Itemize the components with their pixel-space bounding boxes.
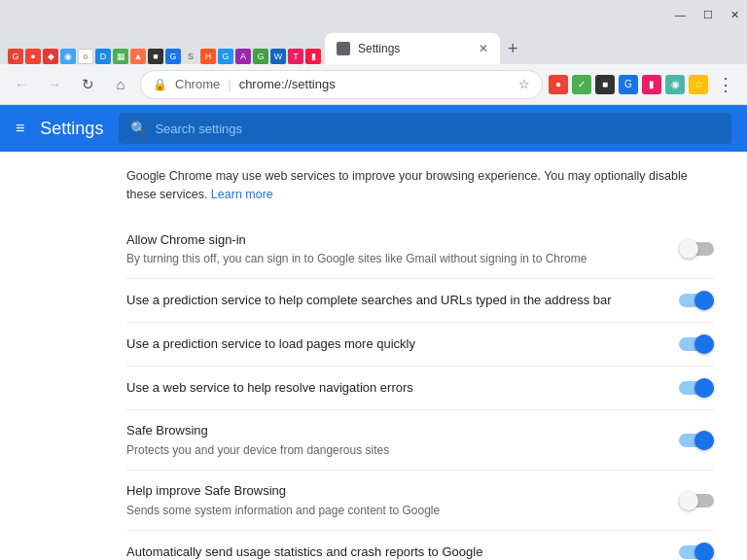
ext4[interactable]: G (619, 75, 638, 94)
window-controls: — ☐ ✕ (675, 9, 739, 21)
settings-header: ≡ Settings 🔍 Search settings (0, 105, 747, 152)
hamburger-menu[interactable]: ≡ (16, 120, 24, 137)
setting-text-safe-browsing: Safe BrowsingProtects you and your devic… (126, 422, 667, 458)
setting-text-send-usage-stats: Automatically send usage statistics and … (126, 543, 667, 560)
learn-more-link[interactable]: Learn more (211, 188, 273, 201)
forward-button[interactable]: → (41, 71, 68, 98)
url-separator: | (228, 77, 231, 91)
settings-favicon (337, 42, 350, 55)
close-button[interactable]: ✕ (730, 9, 739, 21)
toggle-safe-browsing[interactable] (679, 431, 714, 450)
setting-label-send-usage-stats: Automatically send usage statistics and … (126, 543, 667, 560)
settings-list: Allow Chrome sign-inBy turning this off,… (126, 220, 714, 561)
toggle-thumb-safe-browsing (694, 431, 714, 450)
setting-label-safe-browsing: Safe Browsing (126, 422, 667, 439)
search-box[interactable]: 🔍 Search settings (119, 113, 731, 144)
titlebar: — ☐ ✕ (0, 0, 747, 29)
favicon11: S (183, 49, 198, 64)
tab-close-button[interactable]: ✕ (479, 42, 488, 55)
search-input[interactable]: Search settings (155, 122, 242, 136)
favicon7: ▦ (113, 49, 128, 64)
search-icon: 🔍 (130, 121, 147, 136)
toggle-help-safe-browsing[interactable] (679, 491, 714, 510)
toggle-thumb-send-usage-stats (694, 542, 714, 560)
ext5[interactable]: ▮ (642, 75, 661, 94)
toggle-thumb-prediction-address-bar (694, 291, 714, 310)
tab-favicons: G ● ◆ ◉ ○ D ▦ ▲ ■ G S H G A G W T ▮ (8, 49, 321, 64)
address-bar[interactable]: 🔒 Chrome | chrome://settings ☆ (140, 70, 543, 99)
home-button[interactable]: ⌂ (107, 71, 134, 98)
gmail-favicon: G (8, 49, 23, 64)
favicon6: D (95, 49, 111, 64)
toggle-thumb-help-safe-browsing (679, 491, 698, 510)
bookmark-star[interactable]: ☆ (518, 77, 530, 91)
ext2[interactable]: ✓ (572, 75, 591, 94)
ext6[interactable]: ◉ (665, 75, 685, 94)
intro-text: Google Chrome may use web services to im… (126, 167, 714, 204)
ext3[interactable]: ■ (595, 75, 615, 94)
back-button[interactable]: ← (8, 71, 35, 98)
setting-text-allow-chrome-signin: Allow Chrome sign-inBy turning this off,… (126, 231, 667, 267)
favicon3: ◆ (43, 49, 58, 64)
toggle-web-service-navigation[interactable] (679, 378, 714, 398)
setting-row-send-usage-stats: Automatically send usage statistics and … (126, 530, 714, 560)
setting-row-allow-chrome-signin: Allow Chrome sign-inBy turning this off,… (126, 220, 714, 279)
setting-row-help-safe-browsing: Help improve Safe BrowsingSends some sys… (126, 470, 714, 530)
favicon9: ■ (148, 49, 163, 64)
setting-desc-help-safe-browsing: Sends some system information and page c… (126, 503, 667, 519)
toggle-prediction-address-bar[interactable] (679, 291, 714, 310)
setting-text-help-safe-browsing: Help improve Safe BrowsingSends some sys… (126, 482, 667, 518)
toggle-thumb-allow-chrome-signin (679, 239, 698, 259)
url-text: chrome://settings (239, 77, 336, 91)
setting-text-web-service-navigation: Use a web service to help resolve naviga… (126, 379, 667, 397)
favicon15: G (253, 49, 268, 64)
favicon5: ○ (78, 49, 93, 64)
favicon14: A (235, 49, 251, 64)
active-tab[interactable]: Settings ✕ (325, 33, 500, 64)
toolbar: ← → ↻ ⌂ 🔒 Chrome | chrome://settings ☆ ●… (0, 64, 747, 105)
chrome-label: Chrome (175, 77, 220, 91)
maximize-button[interactable]: ☐ (703, 9, 713, 21)
ext7[interactable]: ☆ (689, 75, 708, 94)
favicon4: ◉ (60, 49, 76, 64)
toggle-thumb-prediction-load-pages (694, 334, 714, 354)
toggle-send-usage-stats[interactable] (679, 542, 714, 560)
setting-text-prediction-load-pages: Use a prediction service to load pages m… (126, 335, 667, 353)
new-tab-button[interactable]: + (508, 33, 518, 64)
setting-label-prediction-load-pages: Use a prediction service to load pages m… (126, 335, 667, 353)
favicon2: ● (25, 49, 41, 64)
toolbar-extensions: ● ✓ ■ G ▮ ◉ ☆ ⋮ (549, 71, 739, 98)
setting-label-help-safe-browsing: Help improve Safe Browsing (126, 482, 667, 500)
settings-title: Settings (40, 119, 103, 139)
favicon8: ▲ (130, 49, 146, 64)
setting-desc-safe-browsing: Protects you and your device from danger… (126, 442, 667, 459)
setting-row-prediction-load-pages: Use a prediction service to load pages m… (126, 322, 714, 366)
favicon18: ▮ (305, 49, 321, 64)
menu-button[interactable]: ⋮ (712, 71, 739, 98)
setting-row-prediction-address-bar: Use a prediction service to help complet… (126, 278, 714, 322)
setting-label-prediction-address-bar: Use a prediction service to help complet… (126, 292, 667, 309)
tabbar: G ● ◆ ◉ ○ D ▦ ▲ ■ G S H G A G W T ▮ Sett… (0, 29, 747, 64)
reload-button[interactable]: ↻ (74, 71, 101, 98)
settings-container: ≡ Settings 🔍 Search settings Google Chro… (0, 105, 747, 560)
settings-content: Google Chrome may use web services to im… (0, 152, 747, 560)
setting-desc-allow-chrome-signin: By turning this off, you can sign in to … (126, 251, 667, 267)
favicon17: T (288, 49, 303, 64)
setting-text-prediction-address-bar: Use a prediction service to help complet… (126, 292, 667, 309)
setting-row-web-service-navigation: Use a web service to help resolve naviga… (126, 366, 714, 409)
setting-label-allow-chrome-signin: Allow Chrome sign-in (126, 231, 667, 249)
lock-icon: 🔒 (153, 78, 167, 91)
minimize-button[interactable]: — (675, 9, 686, 20)
ext1[interactable]: ● (549, 75, 568, 94)
tab-title: Settings (358, 42, 471, 55)
favicon16: W (270, 49, 286, 64)
toggle-thumb-web-service-navigation (694, 378, 714, 398)
setting-label-web-service-navigation: Use a web service to help resolve naviga… (126, 379, 667, 397)
setting-row-safe-browsing: Safe BrowsingProtects you and your devic… (126, 409, 714, 470)
main-content: ≡ Settings 🔍 Search settings Google Chro… (0, 105, 747, 560)
toggle-prediction-load-pages[interactable] (679, 334, 714, 354)
settings-inner: Google Chrome may use web services to im… (126, 152, 729, 560)
favicon13: G (218, 49, 233, 64)
toggle-allow-chrome-signin[interactable] (679, 239, 714, 259)
favicon12: H (200, 49, 216, 64)
